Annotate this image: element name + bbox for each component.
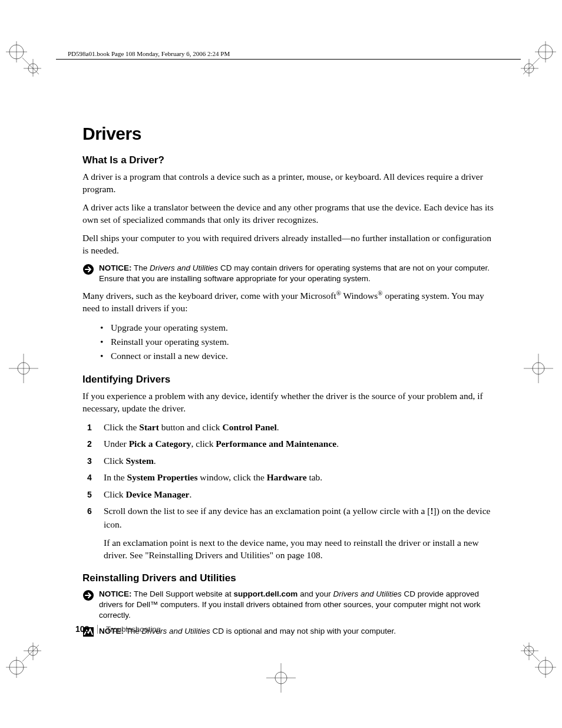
- svg-line-33: [523, 645, 540, 661]
- h1-drivers: Drivers: [82, 124, 495, 144]
- notice-block: NOTICE: The Dell Support website at supp…: [82, 589, 495, 621]
- bullet-list: Upgrade your operating system. Reinstall…: [100, 321, 495, 363]
- list-item: In the System Properties window, click t…: [87, 471, 495, 484]
- h2-reinstalling: Reinstalling Drivers and Utilities: [82, 572, 495, 584]
- notice-icon: [82, 263, 94, 278]
- crop-mark-icon: [6, 41, 41, 77]
- body-text: Dell ships your computer to you with req…: [82, 232, 495, 257]
- list-item: Connect or install a new device.: [100, 349, 495, 363]
- crop-mark-icon: [521, 41, 556, 77]
- notice-label: NOTICE:: [99, 263, 132, 272]
- notice-text: NOTICE: The Drivers and Utilities CD may…: [99, 263, 495, 284]
- h2-what-is-driver: What Is a Driver?: [82, 154, 495, 166]
- notice-label: NOTICE:: [99, 589, 132, 598]
- crop-mark-icon: [6, 351, 41, 386]
- page-content: Drivers What Is a Driver? A driver is a …: [82, 124, 495, 644]
- notice-text: NOTICE: The Dell Support website at supp…: [99, 589, 495, 621]
- body-text: Many drivers, such as the keyboard drive…: [82, 289, 495, 315]
- running-header: PD598a01.book Page 108 Monday, February …: [68, 50, 230, 57]
- list-item: Upgrade your operating system.: [100, 321, 495, 335]
- body-text: If an exclamation point is next to the d…: [104, 537, 495, 562]
- list-item: Click System.: [87, 454, 495, 467]
- svg-line-13: [523, 58, 540, 74]
- list-item: Under Pick a Category, click Performance…: [87, 437, 495, 450]
- body-text: A driver acts like a translator between …: [82, 202, 495, 226]
- list-item: Click Device Manager.: [87, 488, 495, 501]
- h2-identifying-drivers: Identifying Drivers: [82, 374, 495, 386]
- crop-mark-icon: [521, 351, 556, 386]
- crop-mark-icon: [521, 643, 556, 678]
- notice-icon: [82, 589, 94, 604]
- page-number: 108: [75, 624, 89, 634]
- svg-line-26: [22, 645, 39, 661]
- svg-line-6: [22, 58, 39, 74]
- list-item: Reinstall your operating system.: [100, 335, 495, 349]
- body-text: A driver is a program that controls a de…: [82, 171, 495, 196]
- page-footer: 108 Troubleshooting: [75, 624, 167, 634]
- footer-section: Troubleshooting: [97, 625, 161, 634]
- list-item: Click the Start button and click Control…: [87, 421, 495, 434]
- numbered-steps: Click the Start button and click Control…: [87, 421, 495, 562]
- crop-mark-icon: [6, 643, 41, 678]
- list-item: Scroll down the list to see if any devic…: [87, 505, 495, 562]
- crop-mark-icon: [263, 660, 299, 696]
- header-rule: [56, 59, 521, 60]
- body-text: If you experience a problem with any dev…: [82, 390, 495, 415]
- notice-block: NOTICE: The Drivers and Utilities CD may…: [82, 263, 495, 284]
